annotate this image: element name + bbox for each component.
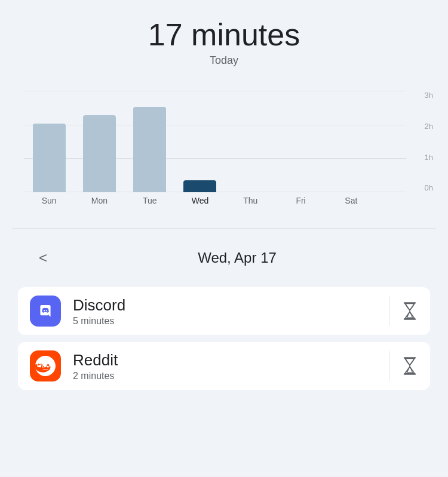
grid-label-0h: 0h	[406, 183, 436, 192]
bar-group-thu	[225, 91, 275, 192]
date-navigation: < Wed, Apr 17	[12, 241, 436, 275]
header: 17 minutes Today	[12, 18, 436, 67]
day-labels: SunMonTueWedThuFriSat	[24, 196, 376, 205]
chart-bars	[24, 91, 376, 192]
period-label: Today	[12, 54, 436, 67]
discord-info: Discord5 minutes	[73, 296, 377, 327]
day-label-tue: Tue	[125, 196, 175, 205]
bar-group-sat	[326, 91, 376, 192]
app-list: Discord5 minutes Reddit2 minutes	[12, 287, 436, 390]
grid-label-3h: 3h	[406, 91, 436, 100]
bar-group-mon	[74, 91, 124, 192]
vertical-divider	[389, 296, 389, 326]
timer-limit-icon[interactable]	[401, 301, 418, 321]
day-label-sat: Sat	[326, 196, 376, 205]
day-label-fri: Fri	[275, 196, 326, 205]
bar-group-sun	[24, 91, 74, 192]
day-label-mon: Mon	[74, 196, 124, 205]
timer-limit-icon[interactable]	[401, 356, 418, 376]
app-item-reddit[interactable]: Reddit2 minutes	[18, 342, 430, 390]
reddit-time: 2 minutes	[73, 371, 377, 381]
discord-time: 5 minutes	[73, 316, 377, 327]
bar-group-wed	[175, 91, 225, 192]
usage-chart: SunMonTueWedThuFriSat 3h 2h 1h 0h	[12, 85, 436, 210]
reddit-info: Reddit2 minutes	[73, 351, 377, 381]
back-arrow[interactable]: <	[30, 247, 56, 269]
day-label-thu: Thu	[225, 196, 275, 205]
grid-label-1h: 1h	[406, 153, 436, 162]
reddit-icon	[30, 350, 61, 381]
grid-label-2h: 2h	[406, 122, 436, 131]
screen-time-page: 17 minutes Today SunMonTueWedThuFriSat	[0, 0, 448, 477]
discord-icon	[30, 296, 61, 327]
discord-name: Discord	[73, 296, 377, 315]
reddit-name: Reddit	[73, 351, 377, 370]
bar-wed	[183, 180, 216, 192]
app-item-discord[interactable]: Discord5 minutes	[18, 287, 430, 335]
bar-sun	[33, 124, 66, 193]
bar-group-fri	[275, 91, 326, 192]
vertical-divider	[389, 351, 389, 381]
day-label-sun: Sun	[24, 196, 74, 205]
bar-mon	[83, 115, 116, 192]
total-time: 17 minutes	[12, 18, 436, 52]
bar-tue	[133, 107, 166, 192]
day-label-wed: Wed	[175, 196, 225, 205]
bar-group-tue	[125, 91, 175, 192]
current-date: Wed, Apr 17	[56, 250, 418, 266]
chart-divider	[12, 228, 436, 229]
